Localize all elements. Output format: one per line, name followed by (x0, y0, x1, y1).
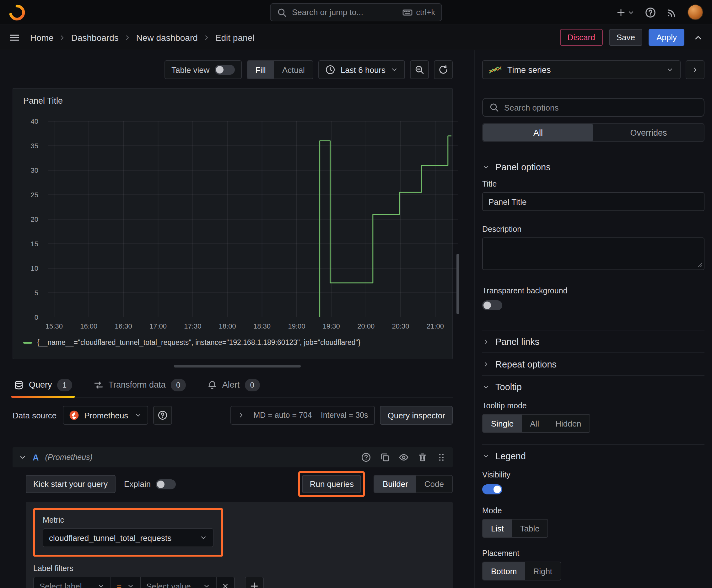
chart-legend[interactable]: {__name__="cloudflared_tunnel_total_requ… (23, 339, 360, 346)
clock-icon (326, 65, 336, 75)
news-rss-icon[interactable] (666, 6, 677, 18)
transparent-background-switch[interactable] (482, 300, 502, 310)
add-filter-button[interactable] (245, 577, 264, 588)
tooltip-section-header[interactable]: Tooltip (482, 375, 705, 398)
chevron-right-icon (203, 34, 210, 41)
query-options-collapsed[interactable]: MD = auto = 704 Interval = 30s (230, 406, 375, 425)
tab-all[interactable]: All (483, 124, 593, 141)
query-row-header[interactable]: A (Prometheus) (13, 447, 453, 467)
datasource-picker[interactable]: Prometheus (63, 406, 148, 425)
operator-dropdown[interactable]: = (110, 577, 141, 588)
title-label: Title (482, 180, 705, 188)
time-series-chart[interactable] (48, 121, 458, 317)
tooltip-hidden-option[interactable]: Hidden (547, 415, 589, 432)
chevron-down-icon (97, 582, 105, 588)
table-view-switch[interactable] (214, 65, 235, 75)
repeat-options-section[interactable]: Repeat options (482, 352, 705, 375)
tooltip-all-option[interactable]: All (522, 415, 547, 432)
select-label-dropdown[interactable]: Select label (33, 577, 111, 588)
placement-right-option[interactable]: Right (525, 562, 560, 580)
global-search-input[interactable] (292, 7, 397, 17)
remove-filter-button[interactable] (216, 577, 235, 588)
grafana-logo-icon[interactable] (9, 4, 25, 20)
panel-title-input[interactable] (482, 192, 705, 211)
breadcrumb-home[interactable]: Home (30, 33, 54, 42)
legend-table-option[interactable]: Table (512, 520, 547, 537)
select-value-placeholder: Select value (146, 582, 191, 588)
tab-query[interactable]: Query 1 (13, 373, 73, 397)
discard-button[interactable]: Discard (560, 29, 603, 46)
tab-overrides[interactable]: Overrides (593, 124, 704, 141)
actual-option[interactable]: Actual (274, 61, 313, 79)
chevron-down-icon[interactable] (19, 454, 26, 461)
panel-links-section[interactable]: Panel links (482, 330, 705, 352)
operator-value: = (117, 582, 122, 588)
chevron-right-icon (482, 338, 490, 345)
legend-visibility-switch[interactable] (482, 484, 502, 495)
visualization-value: Time series (507, 65, 551, 75)
explain-switch[interactable] (156, 479, 176, 489)
label-filters-label: Label filters (33, 564, 445, 573)
menu-icon[interactable] (9, 32, 20, 43)
panel-preview: Panel Title 0510152025303540 15:3016:001… (13, 88, 453, 359)
builder-code-group: Builder Code (374, 475, 453, 493)
prometheus-icon (69, 410, 79, 420)
apply-button[interactable]: Apply (649, 29, 684, 46)
legend-section-header[interactable]: Legend (482, 444, 705, 467)
legend-mode-label: Mode (482, 506, 705, 515)
query-ref-id: A (33, 453, 39, 462)
fill-option[interactable]: Fill (247, 61, 274, 79)
zoom-out-button[interactable] (410, 60, 429, 79)
help-icon[interactable] (645, 6, 656, 18)
help-icon[interactable] (361, 452, 371, 462)
duplicate-icon[interactable] (380, 452, 390, 462)
table-view-toggle[interactable]: Table view (165, 60, 241, 79)
global-search[interactable]: ctrl+k (270, 3, 442, 21)
datasource-help-button[interactable] (153, 406, 172, 425)
options-search-input[interactable] (504, 103, 697, 112)
collapse-options-button[interactable] (686, 60, 705, 79)
metric-select[interactable]: cloudflared_tunnel_total_requests (43, 528, 214, 547)
tab-transform[interactable]: Transform data 0 (92, 373, 187, 397)
query-count-badge: 1 (57, 378, 72, 391)
search-icon (277, 7, 287, 17)
panel-options-header[interactable]: Panel options (482, 162, 705, 172)
chevron-down-icon (200, 534, 207, 542)
datasource-row: Data source Prometheus MD = auto = 704 I… (13, 406, 453, 425)
time-range-picker[interactable]: Last 6 hours (319, 60, 405, 79)
code-option[interactable]: Code (416, 476, 452, 492)
tab-alert[interactable]: Alert 0 (206, 373, 261, 397)
placement-bottom-option[interactable]: Bottom (483, 562, 525, 580)
run-queries-annotation: Run queries (299, 471, 365, 497)
description-textarea[interactable] (482, 237, 705, 270)
avatar[interactable] (688, 4, 703, 20)
x-axis-labels: 15:3016:0016:3017:0017:3018:0018:3019:00… (48, 322, 458, 331)
select-value-dropdown[interactable]: Select value (140, 577, 217, 588)
refresh-button[interactable] (434, 60, 453, 79)
drag-grip-icon[interactable] (436, 452, 447, 462)
panel-title[interactable]: Panel Title (23, 96, 63, 106)
scrollbar-thumb[interactable] (456, 254, 459, 314)
chevron-up-icon[interactable] (693, 33, 703, 42)
delete-trash-icon[interactable] (417, 452, 428, 462)
breadcrumb-bar: Home Dashboards New dashboard Edit panel… (0, 25, 712, 50)
resize-handle-icon[interactable] (696, 261, 703, 268)
visualization-picker[interactable]: Time series (482, 60, 681, 79)
tooltip-single-option[interactable]: Single (483, 415, 522, 432)
query-inspector-button[interactable]: Query inspector (380, 406, 453, 425)
breadcrumb-new-dashboard[interactable]: New dashboard (136, 33, 198, 42)
options-search[interactable] (482, 98, 705, 117)
builder-option[interactable]: Builder (374, 476, 416, 492)
legend-list-option[interactable]: List (483, 520, 512, 537)
disable-eye-icon[interactable] (399, 452, 409, 462)
timeseries-icon (489, 65, 502, 74)
save-button[interactable]: Save (609, 29, 643, 46)
chevron-right-icon (59, 34, 66, 41)
kickstart-button[interactable]: Kick start your query (26, 475, 115, 493)
run-queries-button[interactable]: Run queries (302, 475, 361, 493)
legend-placement-group: Bottom Right (482, 562, 561, 581)
tooltip-mode-label: Tooltip mode (482, 401, 705, 410)
new-menu-button[interactable] (616, 7, 635, 17)
breadcrumb-dashboards[interactable]: Dashboards (71, 33, 118, 42)
resize-drag-handle[interactable] (174, 365, 300, 368)
